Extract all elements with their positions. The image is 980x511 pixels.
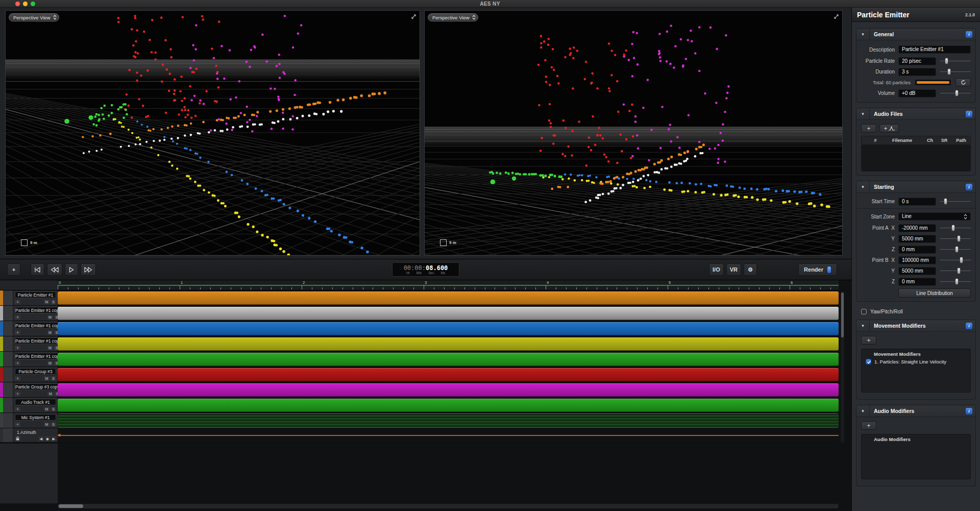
point-b-y-field[interactable]: 5000 mm [898, 267, 936, 275]
track-add-button[interactable]: + [15, 407, 20, 411]
automation-lane[interactable] [58, 428, 839, 443]
collapse-triangle-icon[interactable]: ▼ [856, 320, 870, 332]
point-b-x-slider[interactable] [940, 257, 971, 264]
point-b-x-field[interactable]: 100000 mm [898, 256, 936, 264]
point-a-x-field[interactable]: -20000 mm [898, 224, 936, 232]
particle-rate-slider[interactable] [940, 58, 971, 65]
track-add-button[interactable]: + [15, 346, 20, 350]
io-settings-button[interactable]: I/O [709, 263, 724, 276]
play-button[interactable] [65, 263, 78, 276]
rewind-button[interactable] [47, 263, 62, 276]
duration-slider[interactable] [940, 68, 971, 76]
track-header[interactable]: Particle Emitter #1 cop+MS [0, 352, 58, 367]
horizontal-scrollbar-thumb[interactable] [59, 504, 83, 508]
3d-scene-canvas[interactable] [425, 11, 842, 255]
volume-slider[interactable] [940, 90, 971, 97]
track-mute-button[interactable]: M [47, 361, 53, 366]
movement-modifiers-list[interactable]: Movement Modifiers 1. Particles: Straigh… [861, 349, 971, 393]
track-add-button[interactable]: + [15, 361, 20, 366]
fast-forward-button[interactable] [81, 263, 96, 276]
track-drag-handle[interactable] [3, 306, 13, 321]
track-header[interactable]: Mic System #1+MS [0, 413, 58, 428]
horizontal-scrollbar[interactable] [58, 504, 839, 508]
track-drag-handle[interactable] [3, 382, 13, 397]
close-window-icon[interactable] [15, 2, 20, 6]
clip-region[interactable] [58, 368, 839, 381]
info-icon[interactable]: i [966, 323, 972, 329]
info-icon[interactable]: i [966, 408, 972, 415]
track-clip-lane[interactable] [58, 398, 839, 413]
track-header[interactable]: Audio Track #1+MS [0, 398, 58, 413]
refresh-button[interactable] [955, 78, 971, 87]
track-mute-button[interactable]: M [44, 407, 50, 411]
expand-viewport-icon[interactable] [833, 13, 840, 20]
point-a-y-slider[interactable] [940, 235, 971, 242]
track-name[interactable]: Audio Track #1 [15, 399, 56, 405]
particle-rate-field[interactable]: 20 p/sec [898, 57, 936, 65]
track-drag-handle[interactable] [3, 336, 13, 351]
clip-region[interactable] [58, 337, 839, 351]
point-a-z-slider[interactable] [940, 246, 971, 253]
track-solo-button[interactable]: S [51, 407, 56, 411]
collapse-triangle-icon[interactable]: ▼ [856, 181, 870, 193]
yaw-pitch-roll-checkbox[interactable] [861, 309, 867, 314]
3d-scene-canvas[interactable] [6, 11, 420, 255]
track-clip-lane[interactable] [58, 413, 839, 428]
track-add-button[interactable]: + [15, 330, 20, 335]
automation-point[interactable] [58, 434, 61, 436]
prev-keyframe-button[interactable]: ◀ [39, 436, 43, 441]
track-clip-lane[interactable] [58, 382, 839, 398]
expand-viewport-icon[interactable] [410, 13, 417, 20]
track-add-button[interactable]: + [15, 300, 20, 304]
volume-field[interactable]: +0 dB [898, 89, 936, 98]
track-mute-button[interactable]: M [47, 346, 53, 350]
timecode-display[interactable]: 00:00:08.600 HrMinSecMs [392, 262, 459, 277]
clip-region[interactable] [58, 307, 839, 320]
track-header[interactable]: Particle Emitter #1+MS [0, 290, 58, 306]
point-b-y-slider[interactable] [940, 267, 971, 275]
track-clip-lane[interactable] [58, 306, 839, 321]
track-name[interactable]: Particle Group #3 [15, 368, 56, 375]
point-b-z-slider[interactable] [940, 278, 971, 285]
vertical-scrollbar[interactable] [841, 291, 844, 443]
clip-region[interactable] [58, 322, 839, 335]
add-audio-modifier-button[interactable]: + [861, 421, 876, 430]
collapse-triangle-icon[interactable]: ▼ [856, 405, 870, 417]
add-keyframe-button[interactable]: ◆ [45, 436, 50, 441]
timeline-ruler[interactable]: 0123456 [58, 280, 839, 290]
track-clip-lane[interactable] [58, 336, 839, 352]
collapse-triangle-icon[interactable]: ▼ [856, 108, 870, 120]
clip-region[interactable] [58, 383, 839, 397]
track-add-button[interactable]: + [15, 315, 20, 320]
audio-modifiers-list[interactable]: Audio Modifiers [861, 434, 971, 479]
vr-button[interactable]: VR [726, 263, 741, 276]
track-mute-button[interactable]: M [47, 315, 53, 320]
track-drag-handle[interactable] [3, 428, 13, 442]
clip-region[interactable] [58, 399, 839, 412]
track-drag-handle[interactable] [3, 413, 13, 428]
start-zone-select[interactable]: Line [898, 212, 971, 221]
track-name[interactable]: Particle Emitter #1 cop [15, 337, 60, 344]
track-mute-button[interactable]: M [44, 422, 50, 427]
track-mute-button[interactable]: M [44, 300, 50, 304]
point-a-y-field[interactable]: 5000 mm [898, 235, 936, 243]
point-b-z-field[interactable]: 0 mm [898, 278, 936, 286]
track-name[interactable]: Particle Emitter #1 cop [15, 307, 60, 313]
clip-region[interactable] [58, 291, 839, 305]
audio-files-table[interactable]: # Filename Ch SR Path [861, 136, 971, 172]
track-solo-button[interactable]: S [51, 422, 56, 427]
viewport-3d-left[interactable]: Perspective View 5 m [5, 10, 420, 256]
start-time-field[interactable]: 0 s [898, 198, 936, 206]
view-mode-dropdown[interactable]: Perspective View [9, 13, 59, 21]
point-a-x-slider[interactable] [940, 225, 971, 232]
duration-field[interactable]: 3 s [898, 68, 936, 76]
track-solo-button[interactable]: S [51, 376, 56, 381]
track-solo-button[interactable]: S [51, 300, 56, 304]
minimize-window-icon[interactable] [23, 2, 28, 6]
track-add-button[interactable]: + [15, 422, 20, 427]
modifier-enabled-checkbox[interactable] [866, 359, 871, 364]
lock-icon[interactable] [15, 436, 20, 441]
multichannel-waveform[interactable] [58, 413, 839, 428]
track-mute-button[interactable]: M [44, 376, 50, 381]
track-name[interactable]: Mic System #1 [15, 414, 56, 421]
